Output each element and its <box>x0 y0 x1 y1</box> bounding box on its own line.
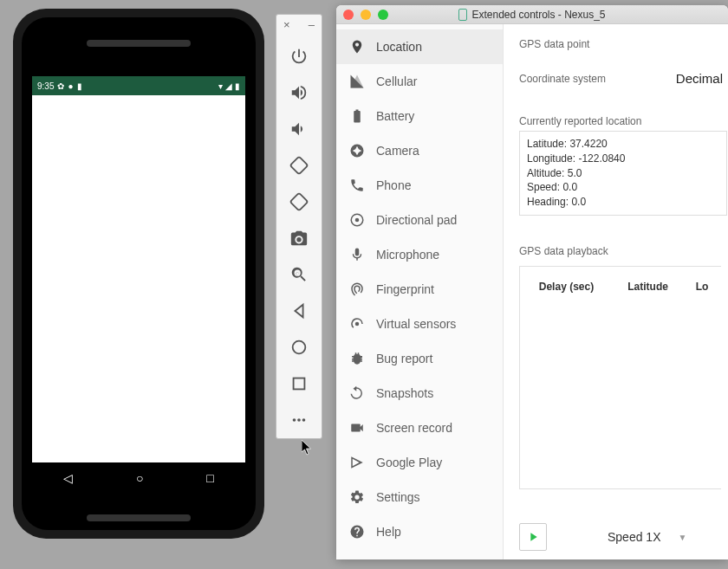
lat-value: 37.4220 <box>569 138 607 150</box>
record-icon <box>348 420 366 436</box>
svg-point-9 <box>355 322 360 327</box>
lon-label: Longitude: <box>527 152 575 165</box>
window-title: Extended controls - Nexus_5 <box>471 9 605 21</box>
col-delay[interactable]: Delay (sec) <box>522 268 611 305</box>
speed-select[interactable]: Speed 1X ▼ <box>608 530 686 544</box>
emulator-toolbar: × – <box>276 14 322 439</box>
sidebar-item-label: Snapshots <box>376 386 433 400</box>
coord-system-label: Coordinate system <box>519 73 606 85</box>
emulator-close-button[interactable]: × <box>283 18 290 31</box>
col-latitude[interactable]: Latitude <box>613 268 683 305</box>
window-close-button[interactable] <box>343 10 354 20</box>
sidebar-item-help[interactable]: Help <box>336 514 503 549</box>
volume-down-icon[interactable] <box>289 120 309 139</box>
zoom-icon[interactable] <box>289 265 309 284</box>
overview-icon[interactable] <box>289 374 309 393</box>
sidebar-item-bug-report[interactable]: Bug report <box>336 341 503 376</box>
sidebar-item-label: Screen record <box>376 421 452 435</box>
svg-point-5 <box>297 418 301 422</box>
svg-point-2 <box>293 341 306 354</box>
sidebar-item-battery[interactable]: Battery <box>336 99 503 133</box>
cursor-icon <box>302 440 314 456</box>
battery-icon <box>348 108 366 124</box>
sidebar-item-phone[interactable]: Phone <box>336 168 503 203</box>
sidebar-item-location[interactable]: Location <box>336 29 503 64</box>
nav-back-icon[interactable]: ◁ <box>63 471 73 485</box>
sidebar-item-microphone[interactable]: Microphone <box>336 237 503 272</box>
wifi-icon: ▾ <box>218 81 223 91</box>
bug-icon <box>348 351 366 366</box>
home-icon[interactable] <box>289 338 309 357</box>
extended-controls-window: Extended controls - Nexus_5 Location Cel… <box>336 5 728 559</box>
volume-up-icon[interactable] <box>289 83 309 102</box>
rotate-left-icon[interactable] <box>289 156 309 175</box>
rotate-right-icon[interactable] <box>289 192 309 211</box>
help-icon <box>348 524 366 540</box>
extended-controls-content: GPS data point Coordinate system Decimal… <box>504 24 728 559</box>
svg-rect-0 <box>290 157 309 175</box>
sidebar-item-label: Directional pad <box>376 213 457 227</box>
svg-point-4 <box>293 418 296 422</box>
emulator-minimize-button[interactable]: – <box>309 18 315 31</box>
lon-value: -122.0840 <box>578 152 625 165</box>
window-zoom-button[interactable] <box>378 10 388 20</box>
reported-location-heading: Currently reported location <box>519 115 728 127</box>
circle-status-icon: ● <box>68 81 73 91</box>
col-longitude[interactable]: Lo <box>685 268 719 305</box>
chevron-down-icon: ▼ <box>679 533 687 542</box>
sidebar-item-label: Cellular <box>376 74 417 88</box>
lat-label: Latitude: <box>527 138 567 150</box>
sidebar-item-screen-record[interactable]: Screen record <box>336 411 503 445</box>
sidebar-item-settings[interactable]: Settings <box>336 480 503 514</box>
nav-recent-icon[interactable]: □ <box>206 471 213 485</box>
location-icon <box>348 39 366 55</box>
speaker-top <box>87 40 191 47</box>
play-button[interactable] <box>519 523 547 551</box>
app-viewport[interactable] <box>32 95 245 462</box>
device-screen[interactable]: 9:35 ✿ ● ▮ ▾ ◢ ▮ ◁ ○ □ <box>32 76 245 494</box>
sidebar-item-dpad[interactable]: Directional pad <box>336 203 503 237</box>
settings-status-icon: ✿ <box>57 81 64 91</box>
screenshot-icon[interactable] <box>289 229 309 248</box>
microphone-icon <box>348 247 366 262</box>
camera-icon <box>348 143 366 158</box>
nav-home-icon[interactable]: ○ <box>136 471 143 485</box>
svg-rect-3 <box>294 378 305 390</box>
sidebar-item-label: Location <box>376 40 422 54</box>
sidebar-item-camera[interactable]: Camera <box>336 133 503 168</box>
coord-system-select[interactable]: Decimal <box>671 68 728 89</box>
sidebar-item-virtual-sensors[interactable]: Virtual sensors <box>336 307 503 341</box>
sidebar-item-cellular[interactable]: Cellular <box>336 64 503 99</box>
sidebar-item-label: Settings <box>376 490 420 504</box>
sidebar-item-google-play[interactable]: Google Play <box>336 445 503 480</box>
sidebar-item-snapshots[interactable]: Snapshots <box>336 376 503 411</box>
more-icon[interactable] <box>289 411 309 430</box>
reported-location-box: Latitude: 37.4220 Longitude: -122.0840 A… <box>519 131 727 216</box>
dpad-icon <box>348 212 366 228</box>
sidebar-item-label: Phone <box>376 178 411 192</box>
gps-data-point-heading: GPS data point <box>519 38 728 50</box>
device-inner: 9:35 ✿ ● ▮ ▾ ◢ ▮ ◁ ○ □ <box>22 17 256 530</box>
alt-label: Altitude: <box>527 167 564 179</box>
sidebar-item-label: Virtual sensors <box>376 317 456 331</box>
lock-status-icon: ▮ <box>77 81 82 91</box>
sidebar-item-fingerprint[interactable]: Fingerprint <box>336 272 503 307</box>
extended-controls-sidebar: Location Cellular Battery Camera Phone D… <box>336 24 504 559</box>
power-icon[interactable] <box>289 47 309 66</box>
sidebar-item-label: Microphone <box>376 248 439 262</box>
status-time: 9:35 <box>37 81 54 91</box>
battery-icon: ▮ <box>235 81 240 91</box>
gear-icon <box>348 489 366 505</box>
window-app-icon <box>458 9 467 21</box>
window-titlebar[interactable]: Extended controls - Nexus_5 <box>336 5 728 24</box>
android-status-bar: 9:35 ✿ ● ▮ ▾ ◢ ▮ <box>32 76 245 95</box>
android-nav-bar: ◁ ○ □ <box>32 462 245 494</box>
back-icon[interactable] <box>289 301 309 320</box>
svg-point-8 <box>355 218 360 223</box>
hdg-label: Heading: <box>527 196 569 208</box>
window-minimize-button[interactable] <box>361 10 371 20</box>
snapshot-icon <box>348 385 366 401</box>
spd-label: Speed: <box>527 181 560 193</box>
cellular-icon <box>348 74 366 89</box>
emulator-device-frame: 9:35 ✿ ● ▮ ▾ ◢ ▮ ◁ ○ □ <box>13 9 264 539</box>
